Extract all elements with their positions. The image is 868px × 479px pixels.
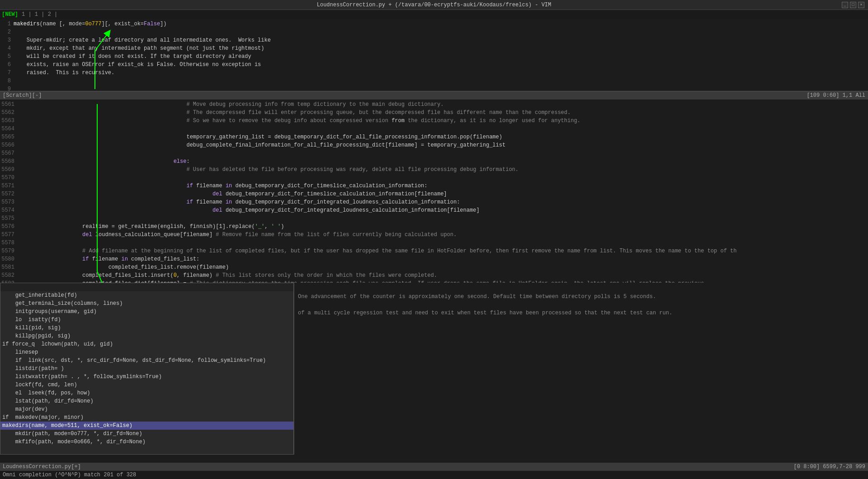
ln-5581: 5581 xyxy=(0,263,17,271)
code-line-5581: 5581 completed_files_list.remove(filenam… xyxy=(0,263,868,271)
completion-item-15[interactable]: if makedev(major, minor) xyxy=(0,413,293,422)
main-editor[interactable]: 5561 # Move debug processing info from t… xyxy=(0,100,868,463)
ln-5572: 5572 xyxy=(0,190,17,198)
code-line-5569: 5569 # User has deleted the file before … xyxy=(0,166,868,174)
comp-item-text-15: if makedev(major, minor) xyxy=(2,414,84,421)
completion-item-0[interactable]: get_inheritable(fd) xyxy=(0,291,293,299)
code-line-5567: 5567 xyxy=(0,149,868,157)
comp-item-text-10: listwxattr(path= . , *, follow_symlinks=… xyxy=(2,374,162,380)
title-bar: LoudnessCorrection.py + (/tavara/00-ecry… xyxy=(0,0,868,10)
ln-5573: 5573 xyxy=(0,198,17,206)
lc-5579: # Add filename at the beginning of the l… xyxy=(17,247,736,255)
scratch-line-1: 1 makedirs(name [, mode=0o777][, exist_o… xyxy=(0,20,868,28)
line-num-8: 8 xyxy=(0,77,14,85)
comp-item-text-2: initgroups(username, gid) xyxy=(2,308,97,315)
completion-popup[interactable]: get_inheritable(fd) get_terminal_size(co… xyxy=(0,283,294,455)
minimize-button[interactable]: _ xyxy=(842,2,848,8)
completion-item-18[interactable]: mkfifo(path, mode=0o666, *, dir_fd=None) xyxy=(0,438,293,446)
info-line-4: of a multi cycle regession test and need… xyxy=(298,309,864,317)
lc-5566: debug_complete_final_information_for_all… xyxy=(17,141,505,149)
completion-item-14[interactable]: major(dev) xyxy=(0,405,293,413)
completion-item-16[interactable]: makedirs(name, mode=511, exist_ok=False) xyxy=(0,422,293,430)
completion-item-17[interactable]: mkdir(path, mode=0o777, *, dir_fd=None) xyxy=(0,430,293,438)
completion-item-4[interactable]: kill(pid, sig) xyxy=(0,324,293,332)
ln-5576: 5576 xyxy=(0,223,17,231)
scratch-line-7: 7 raised. This is recursive. xyxy=(0,69,868,77)
scratch-line-content-6: exists, raise an OSError if exist_ok is … xyxy=(14,61,261,69)
comp-item-text-4: kill(pid, sig) xyxy=(2,325,61,331)
scratch-line-2: 2 xyxy=(0,28,868,36)
ln-5566: 5566 xyxy=(0,141,17,149)
line-num-6: 6 xyxy=(0,61,14,69)
code-line-5564: 5564 xyxy=(0,125,868,133)
cmd-text: Omni completion (^O^N^P) match 201 of 32… xyxy=(3,472,136,478)
line-num-5: 5 xyxy=(0,52,14,61)
completion-header xyxy=(0,283,293,291)
completion-item-5[interactable]: killpg(pgid, sig) xyxy=(0,332,293,340)
scratch-line-content-3: Super-mkdir; create a leaf directory and… xyxy=(14,36,271,44)
code-line-5572: 5572 del debug_temporary_dict_for_timesl… xyxy=(0,190,868,198)
lc-5574: del debug_temporary_dict_for_integrated_… xyxy=(17,206,480,214)
completion-item-9[interactable]: listdir(path= ) xyxy=(0,365,293,373)
comp-item-text-3: lo isatty(fd) xyxy=(2,317,61,323)
scratch-line-content-4: mkdir, except that any intermediate path… xyxy=(14,44,264,52)
vim-new-tag: [NEW] xyxy=(2,11,18,18)
line-num-1: 1 xyxy=(0,20,14,28)
lc-5572: del debug_temporary_dict_for_timeslice_c… xyxy=(17,190,447,198)
comp-item-text-14: major(dev) xyxy=(2,406,48,413)
lc-5582: completed_files_list.insert(0, filename)… xyxy=(17,271,437,280)
code-line-5574: 5574 del debug_temporary_dict_for_integr… xyxy=(0,206,868,214)
comp-item-text-0: get_inheritable(fd) xyxy=(2,292,77,299)
ln-5565: 5565 xyxy=(0,133,17,141)
scratch-line-8: 8 xyxy=(0,77,868,85)
ln-5580: 5580 xyxy=(0,255,17,263)
scratch-status-right: [109 0:60] 1,1 All xyxy=(807,92,865,99)
completion-item-2[interactable]: initgroups(username, gid) xyxy=(0,308,293,316)
lc-5568: else: xyxy=(17,157,190,166)
ln-5561: 5561 xyxy=(0,100,17,109)
lc-5563: # So we have to remove the debug info ab… xyxy=(17,117,580,125)
ln-5575: 5575 xyxy=(0,214,17,223)
scratch-line-content-1: makedirs(name [, mode=0o777][, exist_ok=… xyxy=(14,20,167,28)
ln-5567: 5567 xyxy=(0,149,17,157)
completion-item-12[interactable]: el lseek(fd, pos, how) xyxy=(0,389,293,397)
lc-5581: completed_files_list.remove(filename) xyxy=(17,263,229,271)
code-line-5573: 5573 if filename in debug_temporary_dict… xyxy=(0,198,868,206)
ln-5564: 5564 xyxy=(0,125,17,133)
ln-5571: 5571 xyxy=(0,182,17,190)
completion-item-11[interactable]: lockf(fd, cmd, len) xyxy=(0,381,293,389)
code-line-5566: 5566 debug_complete_final_information_fo… xyxy=(0,141,868,149)
line-num-7: 7 xyxy=(0,69,14,77)
completion-item-3[interactable]: lo isatty(fd) xyxy=(0,316,293,324)
title-bar-controls[interactable]: _ □ × xyxy=(842,2,864,8)
status-bar-scratch: [Scratch][-] [109 0:60] 1,1 All xyxy=(0,91,868,100)
code-line-5565: 5565 temporary_gathering_list = debug_te… xyxy=(0,133,868,141)
code-line-5580: 5580 if filename in completed_files_list… xyxy=(0,255,868,263)
lc-5571: if filename in debug_temporary_dict_for_… xyxy=(17,182,427,190)
completion-item-10[interactable]: listwxattr(path= . , *, follow_symlinks=… xyxy=(0,373,293,381)
completion-item-6[interactable]: if force_q lchown(path, uid, gid) xyxy=(0,340,293,348)
completion-item-7[interactable]: linesep xyxy=(0,348,293,356)
code-line-5582: 5582 completed_files_list.insert(0, file… xyxy=(0,271,868,280)
lc-5577: del loudness_calculation_queue[filename]… xyxy=(17,231,457,239)
ln-5570: 5570 xyxy=(0,174,17,182)
ln-5577: 5577 xyxy=(0,231,17,239)
comp-item-text-5: killpg(pgid, sig) xyxy=(2,333,71,339)
completion-item-1[interactable]: get_terminal_size(columns, lines) xyxy=(0,299,293,308)
completion-item-8[interactable]: if link(src, dst, *, src_dir_fd=None, ds… xyxy=(0,356,293,365)
close-button[interactable]: × xyxy=(858,2,864,8)
code-line-5575: 5575 xyxy=(0,214,868,223)
status-bar-main: LoudnessCorrection.py[+] [0 8:00] 6599,7… xyxy=(0,463,868,471)
ln-5582: 5582 xyxy=(0,271,17,280)
comp-item-text-11: lockf(fd, cmd, len) xyxy=(2,382,77,388)
line-num-4: 4 xyxy=(0,44,14,52)
code-line-5579: 5579 # Add filename at the beginning of … xyxy=(0,247,868,255)
completion-item-13[interactable]: lstat(path, dir_fd=None) xyxy=(0,397,293,405)
code-line-5578: 5578 xyxy=(0,239,868,247)
maximize-button[interactable]: □ xyxy=(850,2,856,8)
scratch-line-3: 3 Super-mkdir; create a leaf directory a… xyxy=(0,36,868,44)
code-line-5571: 5571 if filename in debug_temporary_dict… xyxy=(0,182,868,190)
vim-numbers: 1 | 1 | 2 | xyxy=(22,11,57,18)
comp-item-text-16: makedirs(name, mode=511, exist_ok=False) xyxy=(2,422,132,429)
comp-item-text-13: lstat(path, dir_fd=None) xyxy=(2,398,94,404)
